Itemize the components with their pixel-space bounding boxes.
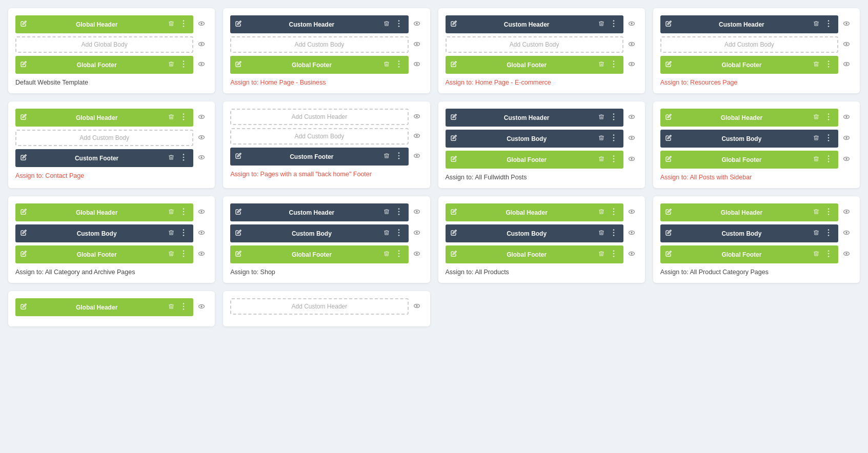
trash-icon[interactable] — [382, 152, 391, 161]
section-edit-button[interactable]: Global Header — [15, 109, 193, 127]
eye-icon[interactable] — [840, 207, 853, 218]
dots-icon[interactable] — [609, 18, 618, 30]
eye-icon[interactable] — [195, 18, 208, 30]
trash-icon[interactable] — [167, 113, 176, 122]
eye-icon[interactable] — [411, 301, 423, 313]
section-edit-button[interactable]: Global Header — [15, 203, 193, 221]
eye-icon[interactable] — [411, 151, 423, 162]
eye-icon[interactable] — [840, 154, 853, 166]
section-edit-button[interactable]: Global Footer — [446, 56, 623, 74]
add-section-button[interactable]: Add Custom Body — [230, 36, 408, 53]
dots-icon[interactable] — [394, 151, 403, 162]
trash-icon[interactable] — [167, 208, 176, 217]
section-edit-button[interactable]: Global Footer — [15, 245, 193, 263]
eye-icon[interactable] — [411, 111, 423, 123]
dots-icon[interactable] — [609, 112, 618, 123]
add-section-button[interactable]: Add Custom Header — [230, 298, 408, 315]
trash-icon[interactable] — [597, 60, 606, 70]
section-edit-button[interactable]: Global Footer — [230, 56, 408, 74]
section-edit-button[interactable]: Global Header — [15, 15, 193, 33]
section-edit-button[interactable]: Global Footer — [660, 56, 838, 74]
dots-icon[interactable] — [824, 207, 833, 218]
dots-icon[interactable] — [179, 152, 188, 164]
eye-icon[interactable] — [840, 228, 853, 239]
dots-icon[interactable] — [179, 18, 188, 30]
dots-icon[interactable] — [824, 112, 833, 123]
trash-icon[interactable] — [167, 302, 176, 312]
dots-icon[interactable] — [179, 249, 188, 260]
eye-icon[interactable] — [625, 39, 638, 51]
section-edit-button[interactable]: Custom Header — [446, 109, 623, 127]
trash-icon[interactable] — [812, 208, 821, 217]
add-section-button[interactable]: Add Custom Body — [660, 36, 838, 53]
dots-icon[interactable] — [609, 133, 618, 145]
dots-icon[interactable] — [609, 59, 618, 71]
section-edit-button[interactable]: Global Header — [660, 109, 838, 127]
eye-icon[interactable] — [625, 59, 638, 71]
add-section-button[interactable]: Add Custom Body — [15, 130, 193, 146]
trash-icon[interactable] — [382, 229, 391, 238]
section-edit-button[interactable]: Global Footer — [446, 245, 623, 263]
trash-icon[interactable] — [382, 60, 391, 70]
eye-icon[interactable] — [195, 152, 208, 164]
trash-icon[interactable] — [167, 229, 176, 238]
dots-icon[interactable] — [179, 207, 188, 218]
section-edit-button[interactable]: Global Header — [446, 203, 623, 221]
dots-icon[interactable] — [824, 133, 833, 145]
trash-icon[interactable] — [597, 19, 606, 29]
dots-icon[interactable] — [179, 228, 188, 239]
eye-icon[interactable] — [411, 59, 423, 71]
eye-icon[interactable] — [625, 249, 638, 260]
eye-icon[interactable] — [840, 59, 853, 71]
add-section-button[interactable]: Add Global Body — [15, 36, 193, 53]
eye-icon[interactable] — [625, 18, 638, 30]
trash-icon[interactable] — [812, 134, 821, 143]
dots-icon[interactable] — [824, 154, 833, 166]
eye-icon[interactable] — [840, 249, 853, 260]
section-edit-button[interactable]: Custom Body — [15, 224, 193, 242]
trash-icon[interactable] — [167, 250, 176, 259]
eye-icon[interactable] — [195, 39, 208, 51]
eye-icon[interactable] — [195, 301, 208, 313]
eye-icon[interactable] — [411, 249, 423, 260]
eye-icon[interactable] — [195, 207, 208, 218]
eye-icon[interactable] — [411, 39, 423, 51]
trash-icon[interactable] — [812, 155, 821, 164]
eye-icon[interactable] — [195, 132, 208, 144]
trash-icon[interactable] — [812, 19, 821, 29]
trash-icon[interactable] — [812, 60, 821, 70]
eye-icon[interactable] — [625, 112, 638, 123]
section-edit-button[interactable]: Global Header — [660, 203, 838, 221]
dots-icon[interactable] — [609, 249, 618, 260]
dots-icon[interactable] — [394, 249, 403, 260]
trash-icon[interactable] — [597, 134, 606, 143]
trash-icon[interactable] — [812, 250, 821, 259]
dots-icon[interactable] — [179, 59, 188, 71]
section-edit-button[interactable]: Global Footer — [660, 151, 838, 169]
dots-icon[interactable] — [394, 18, 403, 30]
section-edit-button[interactable]: Custom Body — [660, 130, 838, 148]
eye-icon[interactable] — [195, 112, 208, 123]
section-edit-button[interactable]: Custom Footer — [15, 149, 193, 167]
trash-icon[interactable] — [597, 113, 606, 122]
dots-icon[interactable] — [609, 228, 618, 239]
trash-icon[interactable] — [597, 229, 606, 238]
trash-icon[interactable] — [382, 250, 391, 259]
trash-icon[interactable] — [167, 60, 176, 70]
add-section-button[interactable]: Add Custom Body — [446, 36, 623, 53]
eye-icon[interactable] — [411, 207, 423, 218]
eye-icon[interactable] — [195, 59, 208, 71]
trash-icon[interactable] — [597, 208, 606, 217]
eye-icon[interactable] — [195, 249, 208, 260]
eye-icon[interactable] — [625, 228, 638, 239]
section-edit-button[interactable]: Custom Header — [230, 15, 408, 33]
section-edit-button[interactable]: Custom Body — [230, 224, 408, 242]
eye-icon[interactable] — [840, 133, 853, 145]
dots-icon[interactable] — [824, 18, 833, 30]
dots-icon[interactable] — [609, 207, 618, 218]
eye-icon[interactable] — [840, 18, 853, 30]
eye-icon[interactable] — [195, 228, 208, 239]
trash-icon[interactable] — [167, 153, 176, 163]
section-edit-button[interactable]: Global Footer — [660, 245, 838, 263]
trash-icon[interactable] — [812, 229, 821, 238]
